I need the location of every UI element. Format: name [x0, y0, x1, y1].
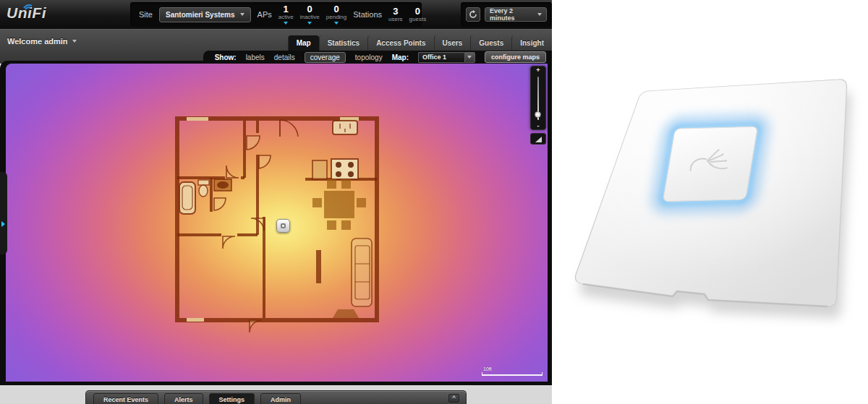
- fit-triangle-icon: [535, 137, 542, 142]
- zoom-in-button[interactable]: +: [531, 66, 545, 74]
- tab-recent-events[interactable]: Recent Events: [93, 393, 158, 404]
- welcome-label: Welcome admin: [7, 37, 68, 46]
- chevron-down-icon: [240, 13, 244, 16]
- tab-insight[interactable]: Insight: [511, 35, 552, 51]
- show-option-topology[interactable]: topology: [355, 53, 383, 61]
- map-select[interactable]: Office 1: [418, 52, 475, 63]
- ap-stat-active[interactable]: 1 active: [278, 4, 294, 25]
- configure-maps-button[interactable]: configure maps: [485, 51, 546, 63]
- unifi-controller-window: UniFi Site Santomieri Systems APs 1 acti…: [0, 0, 552, 404]
- chevron-down-icon: [284, 22, 288, 25]
- access-point-marker[interactable]: [276, 219, 290, 233]
- tab-alerts[interactable]: Alerts: [164, 393, 203, 404]
- tab-admin[interactable]: Admin: [260, 393, 301, 404]
- station-stat-guests[interactable]: 0 guests: [409, 7, 427, 22]
- access-point-illustration: [552, 0, 868, 404]
- show-option-coverage[interactable]: coverage: [305, 52, 346, 63]
- access-point-photo: [552, 0, 868, 404]
- bottom-strip: Recent Events Alerts Settings Admin ^: [0, 385, 552, 404]
- tab-users[interactable]: Users: [434, 35, 471, 51]
- coverage-map-viewport[interactable]: [6, 64, 548, 382]
- stats-panel: Site Santomieri Systems APs 1 active 0 i…: [130, 2, 422, 27]
- welcome-admin-menu[interactable]: Welcome admin: [7, 37, 77, 46]
- chevron-down-icon: [464, 52, 475, 63]
- zoom-thumb[interactable]: [535, 111, 541, 118]
- scale-label: 10ft: [483, 366, 542, 372]
- refresh-interval-dropdown[interactable]: Every 2 minutes: [485, 7, 547, 22]
- chevron-down-icon: [72, 40, 77, 43]
- ap-stat-pending[interactable]: 0 pending: [326, 4, 346, 25]
- zoom-out-button[interactable]: -: [531, 122, 545, 129]
- show-label: Show:: [215, 53, 237, 61]
- fit-map-button[interactable]: [530, 133, 546, 145]
- station-stat-users[interactable]: 3 users: [388, 7, 403, 22]
- refresh-button[interactable]: [466, 7, 480, 22]
- tab-map[interactable]: Map: [288, 35, 319, 51]
- access-point-marker-inner: [281, 223, 286, 228]
- refresh-interval-value: Every 2 minutes: [490, 7, 537, 22]
- map-scale: 10ft: [482, 366, 542, 376]
- bottom-dock-bar: Recent Events Alerts Settings Admin ^: [85, 390, 467, 404]
- dock-tab-bar: Recent Events Alerts Settings Admin: [93, 393, 301, 404]
- chevron-right-icon: [1, 221, 5, 227]
- tab-access-points[interactable]: Access Points: [367, 35, 433, 51]
- map-label: Map:: [392, 53, 409, 61]
- refresh-panel: Every 2 minutes: [461, 2, 552, 27]
- scale-bar: [482, 372, 542, 376]
- chevron-down-icon: [307, 22, 312, 25]
- ap-stat-inactive[interactable]: 0 inactive: [300, 4, 320, 25]
- tab-guests[interactable]: Guests: [470, 35, 511, 51]
- map-select-value: Office 1: [418, 52, 464, 63]
- tab-settings[interactable]: Settings: [209, 393, 255, 404]
- chevron-down-icon: [537, 13, 542, 16]
- main-tab-bar: Map Statistics Access Points Users Guest…: [288, 35, 552, 51]
- collapse-panel-button[interactable]: ^: [448, 394, 459, 403]
- show-option-details[interactable]: details: [274, 53, 295, 61]
- zoom-slider[interactable]: + -: [530, 66, 546, 130]
- wifi-wave-icon: [22, 1, 35, 9]
- site-label: Site: [139, 10, 153, 19]
- stations-label: Stations: [353, 10, 382, 19]
- top-navbar: UniFi Site Santomieri Systems APs 1 acti…: [0, 0, 552, 29]
- tab-statistics[interactable]: Statistics: [319, 35, 367, 51]
- aps-label: APs: [258, 10, 272, 19]
- refresh-icon: [469, 10, 477, 19]
- chevron-down-icon: [334, 22, 339, 25]
- map-toolbar: Show: labels details coverage topology M…: [203, 51, 552, 64]
- site-dropdown[interactable]: Santomieri Systems: [159, 7, 251, 22]
- show-option-labels[interactable]: labels: [246, 53, 265, 61]
- sidebar-expand-handle[interactable]: [0, 172, 7, 254]
- site-value: Santomieri Systems: [166, 11, 235, 19]
